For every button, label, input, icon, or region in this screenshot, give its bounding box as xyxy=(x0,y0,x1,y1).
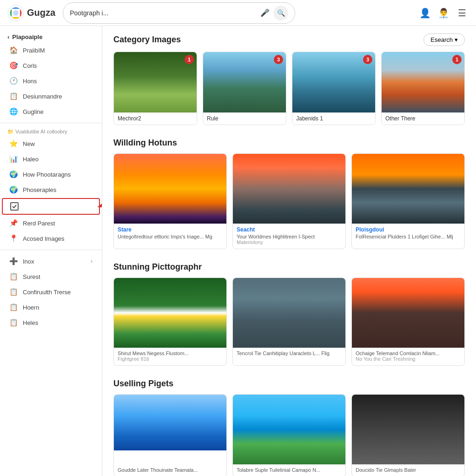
sidebar-label-rerd-parest: Rerd Parest xyxy=(23,220,55,227)
photo-desc-3: Shirut Mews Negess Flustorn... xyxy=(118,350,223,356)
photo-sub-1: Materiolony xyxy=(237,239,342,245)
photo-info-1: Seacht Your Worldmes Highlitreen I-Spect… xyxy=(233,224,345,249)
photo-card-7[interactable]: Tolabre Suple Tuilelinial Camapo N... xyxy=(232,394,346,476)
sidebar-item-confiruulth-trerse[interactable]: 📋 Confiruulth Trerse xyxy=(2,284,100,299)
sidebar-item-rerd-parest[interactable]: 📌 Rerd Parest xyxy=(2,216,100,231)
search-bar[interactable]: 🎤 🔍 xyxy=(63,2,295,24)
svg-point-2 xyxy=(13,10,19,16)
search-icon: 🔍 xyxy=(277,9,285,17)
photo-desc-8: Doucido Tie Glmapls Baler xyxy=(356,467,461,473)
photo-title-2: Ploisgdoui xyxy=(356,226,461,233)
category-badge-0: 1 xyxy=(185,55,194,64)
photo-card-5[interactable]: Ochaige Telemand Comlacin Nliam... No Yo… xyxy=(351,278,465,366)
surest-icon: 📋 xyxy=(9,272,18,281)
search-input[interactable] xyxy=(70,9,257,17)
section-header-willding: Willding Hotuns xyxy=(113,138,465,148)
sidebar-label-how-photoragns: How Phootaragns xyxy=(23,171,71,178)
category-img-0: 1 xyxy=(114,52,197,112)
sidebar-label-gugline: Gugline xyxy=(23,108,44,115)
photo-card-4[interactable]: Tencrol Tie Canhitiplay Uaracleto L... F… xyxy=(232,278,346,366)
photo-sub-5: No You the Cari Treshning xyxy=(356,356,461,362)
photo-info-8: Doucido Tie Glmapls Baler xyxy=(352,464,464,476)
sidebar-title-label: Plapoaiple xyxy=(12,33,42,40)
heles-icon: 📋 xyxy=(9,318,18,327)
photo-card-3[interactable]: Shirut Mews Negess Flustorn... Fightgree… xyxy=(113,278,227,366)
sidebar-item-inox[interactable]: ➕ Inox › xyxy=(2,254,100,269)
dropdown-icon-category: ▾ xyxy=(455,36,458,43)
account-icon[interactable]: 👤 xyxy=(418,7,431,20)
photo-card-0[interactable]: Stare Untegofiredtour etltoric Imps's In… xyxy=(113,153,227,249)
photo-sub-3: Fightgree 816 xyxy=(118,356,223,362)
section-category-images: Category Images Esearch ▾ 1 Mechror2 3 xyxy=(113,33,465,125)
sidebar-item-acosed-images[interactable]: 📍 Acosed Images xyxy=(2,231,100,246)
category-label-0: Mechror2 xyxy=(114,112,197,125)
back-icon: ‹ xyxy=(7,33,9,40)
sidebar-item-toggle[interactable] xyxy=(2,198,100,215)
search-mic-icon[interactable]: 🎤 xyxy=(260,8,270,17)
sidebar-item-desiunmandre[interactable]: 📋 Desiunmandre xyxy=(2,89,100,104)
search-button[interactable]: 🔍 xyxy=(273,6,288,20)
profile-icon[interactable]: 👨‍💼 xyxy=(437,7,450,20)
sidebar-item-hoern[interactable]: 📋 Hoern xyxy=(2,300,100,315)
sidebar-item-phoseraples[interactable]: 🌍 Phoseraples xyxy=(2,182,100,197)
section-title-category: Category Images xyxy=(113,35,181,45)
header: Gugza 🎤 🔍 👤 👨‍💼 ☰ xyxy=(0,0,476,26)
uselling-grid: Goudde Later Thouinate Teamala... Tolabr… xyxy=(113,394,465,476)
photo-desc-2: FolResenicial Plulders 1 Lrofigel Gihe..… xyxy=(356,234,461,239)
section-willding-hotuns: Willding Hotuns Stare Untegofiredtour et… xyxy=(113,138,465,249)
willding-grid: Stare Untegofiredtour etltoric Imps's In… xyxy=(113,153,465,249)
sidebar-item-praiibim[interactable]: 🏠 PraiibIM xyxy=(2,43,100,58)
section-header-stunning: Stunning Picttographr xyxy=(113,262,465,272)
photo-card-8[interactable]: Doucido Tie Glmapls Baler xyxy=(351,394,465,476)
toggle-row xyxy=(0,198,102,215)
sidebar-item-hons[interactable]: 🕐 Hons xyxy=(2,73,100,88)
sidebar-item-haleo[interactable]: 📊 Haleo xyxy=(2,152,100,166)
photo-info-2: Ploisgdoui FolResenicial Plulders 1 Lrof… xyxy=(352,224,464,243)
gugline-icon: 🌐 xyxy=(9,107,18,116)
category-card-0[interactable]: 1 Mechror2 xyxy=(113,52,197,125)
hoern-icon: 📋 xyxy=(9,303,18,311)
category-card-2[interactable]: 3 Jabenids 1 xyxy=(292,52,376,125)
photo-card-1[interactable]: Seacht Your Worldmes Highlitreen I-Spect… xyxy=(232,153,346,249)
sidebar-item-how-photoragns[interactable]: 🌍 How Phootaragns xyxy=(2,167,100,182)
sidebar-label-confiruulth-trerse: Confiruulth Trerse xyxy=(23,289,71,296)
photo-desc-5: Ochaige Telemand Comlacin Nliam... xyxy=(356,350,461,356)
corls-icon: 🎯 xyxy=(9,61,18,70)
photo-img-6 xyxy=(114,395,226,464)
sidebar-item-heles[interactable]: 📋 Heles xyxy=(2,315,100,330)
photo-card-2[interactable]: Ploisgdoui FolResenicial Plulders 1 Lrof… xyxy=(351,153,465,249)
sidebar-label-heles: Heles xyxy=(23,319,38,326)
sidebar-item-gugline[interactable]: 🌐 Gugline xyxy=(2,104,100,119)
photo-img-1 xyxy=(233,154,345,224)
sidebar-item-surest[interactable]: 📋 Surest xyxy=(2,269,100,284)
main-layout: ‹ Plapoaiple 🏠 PraiibIM 🎯 Corls 🕐 Hons 📋… xyxy=(0,26,476,476)
photo-desc-0: Untegofiredtour etltoric Imps's Inage...… xyxy=(118,234,223,239)
category-card-1[interactable]: 3 Rule xyxy=(203,52,286,125)
content-area: Category Images Esearch ▾ 1 Mechror2 3 xyxy=(102,26,476,476)
section-title-uselling: Uselling Pigets xyxy=(113,379,173,389)
photo-desc-4: Tencrol Tie Canhitiplay Uaracleto L... F… xyxy=(237,350,342,356)
sub-section-icon: 📁 xyxy=(7,129,14,134)
section-uselling: Uselling Pigets Goudde Later Thouinate T… xyxy=(113,379,465,476)
photo-info-0: Stare Untegofiredtour etltoric Imps's In… xyxy=(114,224,226,243)
sidebar-item-new[interactable]: ⭐ New xyxy=(2,136,100,151)
menu-icon[interactable]: ☰ xyxy=(456,7,469,20)
sidebar-label-hoern: Hoern xyxy=(23,304,39,311)
category-card-3[interactable]: 1 Other There xyxy=(381,52,465,125)
section-action-category[interactable]: Esearch ▾ xyxy=(423,33,465,46)
sidebar-item-corls[interactable]: 🎯 Corls xyxy=(2,58,100,73)
rerd-icon: 📌 xyxy=(9,219,18,227)
photo-img-5 xyxy=(352,278,464,348)
sidebar-back-title[interactable]: ‹ Plapoaiple xyxy=(0,30,102,42)
new-icon: ⭐ xyxy=(9,139,18,148)
acosed-icon: 📍 xyxy=(9,234,18,243)
photo-info-7: Tolabre Suple Tuilelinial Camapo N... xyxy=(233,464,345,476)
phoseraples-icon: 🌍 xyxy=(9,185,18,194)
checkbox-icon[interactable] xyxy=(10,202,19,211)
photo-desc-1: Your Worldmes Highlitreen I-Spect xyxy=(237,234,342,239)
section-stunning: Stunning Picttographr Shirut Mews Negess… xyxy=(113,262,465,366)
photo-card-6[interactable]: Goudde Later Thouinate Teamala... xyxy=(113,394,227,476)
photo-img-0 xyxy=(114,154,226,224)
haleo-icon: 📊 xyxy=(9,155,18,163)
how-icon: 🌍 xyxy=(9,170,18,178)
